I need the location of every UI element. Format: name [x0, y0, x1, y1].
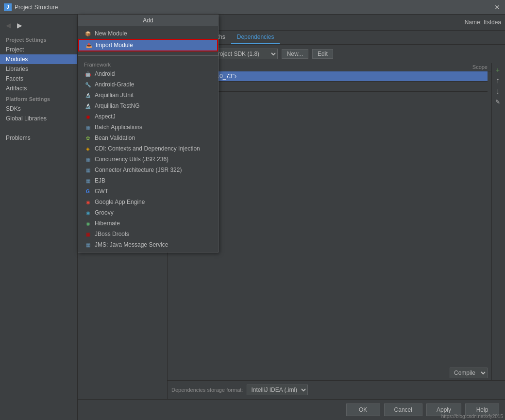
bean-label: Bean Validation — [95, 134, 135, 141]
sidebar: ◀ ▶ Project Settings Project Modules Lib… — [0, 15, 78, 420]
watermark: https://blog.csdn.net/xfy2015 — [441, 414, 503, 419]
name-value: ItsIdea — [484, 19, 501, 26]
dropdown-header: Add — [78, 15, 218, 26]
dropdown-item-bean-validation[interactable]: ✿ Bean Validation — [78, 133, 218, 143]
dropdown-item-new-module[interactable]: 📦 New Module — [78, 28, 218, 39]
scope-row: Compile Test Runtime Provided — [168, 366, 491, 380]
back-button[interactable]: ◀ — [4, 20, 13, 30]
dropdown-item-arquillian-testng[interactable]: 🔬 Arquillian TestNG — [78, 101, 218, 111]
sidebar-project-label: Project — [6, 46, 24, 53]
sidebar-item-global-libraries[interactable]: Global Libraries — [0, 114, 77, 123]
connector-icon: ▦ — [84, 166, 92, 174]
gae-label: Google App Engine — [95, 199, 145, 205]
sidebar-global-libraries-label: Global Libraries — [6, 115, 47, 122]
import-module-label: Import Module — [96, 42, 133, 49]
groovy-icon: ◉ — [84, 209, 92, 217]
android-icon: 🤖 — [84, 70, 92, 78]
jms-icon: ▦ — [84, 241, 92, 249]
jboss-label: JBoss Drools — [95, 231, 129, 237]
cdi-label: CDI: Contexts and Dependency Injection — [95, 145, 200, 152]
groovy-label: Groovy — [95, 209, 114, 216]
sidebar-artifacts-label: Artifacts — [6, 85, 27, 92]
platform-settings-label: Platform Settings — [0, 93, 77, 104]
sidebar-facets-label: Facets — [6, 75, 23, 82]
dropdown-item-groovy[interactable]: ◉ Groovy — [78, 207, 218, 218]
forward-button[interactable]: ▶ — [15, 20, 24, 30]
sdk-select[interactable]: Project SDK (1.8) — [210, 49, 278, 59]
ejb-label: EJB — [95, 177, 105, 184]
jboss-icon: ▦ — [84, 230, 92, 238]
framework-label: Framework — [78, 60, 218, 68]
dropdown-item-gae[interactable]: ◉ Google App Engine — [78, 197, 218, 207]
sidebar-item-artifacts[interactable]: Artifacts — [0, 84, 77, 93]
sidebar-item-project[interactable]: Project — [0, 45, 77, 54]
dropdown-item-arquillian-junit[interactable]: 🔬 Arquillian JUnit — [78, 90, 218, 101]
dropdown-item-jms[interactable]: ▦ JMS: Java Message Service — [78, 239, 218, 250]
new-module-label: New Module — [95, 30, 127, 37]
sidebar-nav: ◀ ▶ — [0, 18, 77, 34]
dropdown-item-import-module[interactable]: 📥 Import Module — [78, 39, 218, 51]
storage-select[interactable]: IntelliJ IDEA (.iml) — [247, 385, 308, 395]
sidebar-item-modules[interactable]: Modules — [0, 54, 77, 64]
dropdown-item-concurrency[interactable]: ▦ Concurrency Utils (JSR 236) — [78, 154, 218, 165]
dropdown-item-hibernate[interactable]: ◉ Hibernate — [78, 218, 218, 229]
edit-sdk-button[interactable]: Edit — [312, 49, 333, 59]
col-scope: Scope — [439, 64, 488, 70]
table-row[interactable]: ‹ java version "1.8.0_73"› — [171, 71, 488, 82]
move-down-button[interactable]: ↓ — [493, 86, 503, 96]
edit-dep-button[interactable]: ✎ — [493, 97, 503, 107]
ejb-icon: ▦ — [84, 177, 92, 185]
table-row[interactable]: ‹ Module source› — [171, 82, 488, 92]
hibernate-label: Hibernate — [95, 220, 120, 227]
android-label: Android — [95, 70, 115, 77]
framework-section: Framework 🤖 Android 🔧 Android-Gradle 🔬 A… — [78, 58, 218, 252]
android-gradle-icon: 🔧 — [84, 81, 92, 88]
dropdown-item-batch[interactable]: ▦ Batch Applications — [78, 122, 218, 133]
hibernate-icon: ◉ — [84, 219, 92, 227]
dropdown-item-android[interactable]: 🤖 Android — [78, 68, 218, 79]
sidebar-problems-label: Problems — [6, 134, 31, 141]
new-sdk-button[interactable]: New... — [282, 49, 308, 59]
concurrency-icon: ▦ — [84, 155, 92, 163]
cdi-icon: ◈ — [84, 145, 92, 152]
concurrency-label: Concurrency Utils (JSR 236) — [95, 156, 168, 163]
dropdown-item-jboss-drools[interactable]: ▦ JBoss Drools — [78, 229, 218, 239]
arquillian-junit-label: Arquillian JUnit — [95, 92, 134, 99]
storage-label: Dependencies storage format: — [171, 387, 243, 393]
sidebar-item-libraries[interactable]: Libraries — [0, 64, 77, 74]
add-dropdown: Add 📦 New Module 📥 Import Module Framewo… — [78, 15, 219, 252]
dropdown-top-section: 📦 New Module 📥 Import Module — [78, 26, 218, 53]
dropdown-item-android-gradle[interactable]: 🔧 Android-Gradle — [78, 79, 218, 90]
sidebar-item-facets[interactable]: Facets — [0, 74, 77, 84]
dropdown-item-aspectj[interactable]: ◉ AspectJ — [78, 111, 218, 122]
tab-dependencies[interactable]: Dependencies — [231, 31, 280, 44]
title-bar: J Project Structure ✕ — [0, 0, 505, 15]
close-button[interactable]: ✕ — [493, 3, 501, 11]
gwt-icon: G — [84, 187, 92, 195]
ok-button[interactable]: OK — [346, 403, 380, 416]
arquillian-testng-icon: 🔬 — [84, 102, 92, 110]
dropdown-divider — [78, 55, 218, 56]
add-dep-button[interactable]: + — [493, 65, 503, 75]
app-icon: J — [4, 3, 12, 11]
aspectj-icon: ◉ — [84, 113, 92, 120]
scope-dropdown[interactable]: Compile Test Runtime Provided — [450, 368, 488, 378]
batch-icon: ▦ — [84, 123, 92, 131]
move-up-button[interactable]: ↑ — [493, 76, 503, 85]
arquillian-junit-icon: 🔬 — [84, 91, 92, 99]
cancel-button[interactable]: Cancel — [384, 403, 422, 416]
sidebar-sdks-label: SDKs — [6, 105, 21, 112]
dropdown-item-connector[interactable]: ▦ Connector Architecture (JSR 322) — [78, 165, 218, 175]
sidebar-item-sdks[interactable]: SDKs — [0, 104, 77, 114]
dropdown-item-cdi[interactable]: ◈ CDI: Contexts and Dependency Injection — [78, 143, 218, 154]
gwt-label: GWT — [95, 188, 108, 195]
bean-icon: ✿ — [84, 134, 92, 142]
sidebar-item-problems[interactable]: Problems — [0, 133, 77, 143]
connector-label: Connector Architecture (JSR 322) — [95, 167, 182, 173]
right-side-buttons: + ↑ ↓ ✎ — [491, 63, 505, 380]
module-icon: 📦 — [84, 30, 92, 37]
dropdown-item-ejb[interactable]: ▦ EJB — [78, 175, 218, 186]
dropdown-item-gwt[interactable]: G GWT — [78, 186, 218, 197]
arquillian-testng-label: Arquillian TestNG — [95, 102, 139, 109]
sidebar-libraries-label: Libraries — [6, 66, 28, 72]
